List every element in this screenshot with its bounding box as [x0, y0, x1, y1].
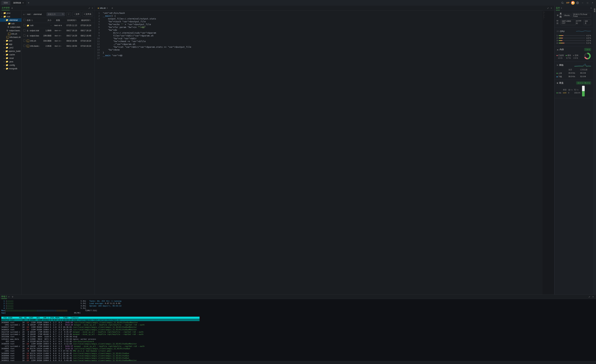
crumb-xterminal[interactable]: .xterminal: [33, 13, 42, 15]
tree-item[interactable]: ▸📁.config: [0, 63, 22, 67]
row-checkbox[interactable]: [23, 24, 25, 26]
caret-icon[interactable]: ▸: [3, 68, 5, 69]
close-editor-icon[interactable]: ×: [550, 7, 553, 9]
file-mtime: 08/17 16:18: [79, 29, 93, 32]
tree-item[interactable]: ›_info.sh: [0, 32, 22, 36]
upload-button[interactable]: ↑ 文件: [72, 12, 81, 16]
col-perm[interactable]: 权限: [56, 19, 60, 22]
row-checkbox[interactable]: [23, 34, 25, 36]
file-mtime: 07/18 16:24: [79, 40, 93, 42]
breadcrumb[interactable]: ⌂ / root / .xterminal: [23, 13, 42, 15]
expand-icon[interactable]: ⤢: [89, 7, 90, 9]
close-icon[interactable]: ×: [22, 1, 24, 4]
row-checkbox[interactable]: [23, 40, 25, 42]
terminal-body[interactable]: 1 [|||||| 5.9%] Tasks: 64, 253 thr; 1 ru…: [0, 299, 596, 361]
minimize-button[interactable]: ─: [580, 1, 585, 5]
caret-icon[interactable]: ▾: [1, 12, 3, 14]
new-tab-button[interactable]: +: [27, 1, 30, 5]
row-checkbox[interactable]: [23, 45, 25, 47]
tree-item[interactable]: ▾📁.xterminal: [0, 18, 22, 22]
close-monitor-panel-icon[interactable]: ×: [590, 7, 592, 9]
home-icon[interactable]: ⌂: [23, 13, 24, 15]
avatar[interactable]: [571, 1, 575, 5]
close-terminal-panel-icon[interactable]: ×: [591, 296, 595, 298]
add-terminal-tab[interactable]: +: [11, 295, 14, 298]
file-row[interactable]: 🗎output.bas199.0BiBrw-r--r--08/17 14:290…: [22, 33, 95, 38]
folder-icon: 📁: [6, 46, 8, 49]
file-row[interactable]: ›_info.sh334.0BiBrw-r--r--08/16 16:5607/…: [22, 38, 95, 44]
net-down-speed: 30.0 K/s: [568, 75, 579, 78]
tree-item[interactable]: 🗎output.stats: [0, 25, 22, 29]
sort-icon[interactable]: ⇅: [31, 19, 33, 22]
tree-item[interactable]: ▸📁.pm2: [0, 46, 22, 49]
search-icon[interactable]: [62, 13, 64, 16]
tree-item[interactable]: ▾📁proc: [0, 11, 22, 15]
caret-icon[interactable]: ▸: [3, 50, 5, 52]
col-mtime[interactable]: 修改时间: [81, 19, 89, 22]
search-icon[interactable]: [560, 1, 565, 5]
tree-item[interactable]: ▸📁mongodb: [0, 67, 22, 70]
tree-item[interactable]: ▸📁.java: [0, 60, 22, 63]
row-checkbox[interactable]: [23, 29, 25, 31]
tree-item[interactable]: 🗎output.basic.: [0, 29, 22, 32]
filemanager-tab[interactable]: 文件管理: [2, 6, 10, 10]
terminal-tab[interactable]: 终端 2: [1, 295, 7, 299]
monitor-tab[interactable]: 监控: [556, 6, 560, 10]
caret-icon[interactable]: ▾: [1, 16, 3, 17]
col-size[interactable]: 大小: [47, 19, 51, 22]
close-panel-icon[interactable]: ×: [92, 7, 93, 9]
col-atime[interactable]: 访问时间: [67, 19, 75, 22]
side-strip[interactable]: 监视状态 下载完成: [593, 6, 596, 295]
caret-icon[interactable]: ▸: [6, 23, 7, 24]
add-fm-tab-button[interactable]: +: [11, 7, 13, 10]
tree-item[interactable]: ▾📁root: [0, 15, 22, 18]
favorite-button[interactable]: ♡: [66, 12, 71, 16]
expand-editor-icon[interactable]: ⤢: [547, 7, 549, 9]
file-row[interactable]: 📁sub-rwxr-xr-x07/25 11:1307/18 16:24: [22, 23, 95, 28]
maximize-button[interactable]: □: [585, 1, 590, 5]
sort-icon[interactable]: ⇅: [75, 19, 77, 22]
new-folder-button[interactable]: + 文件夹: [82, 12, 93, 16]
network-title: 网络: [559, 64, 573, 67]
code-editor[interactable]: "cmt">#!/bin/bash__main() { output_file=…: [101, 11, 543, 295]
crumb-root[interactable]: root: [27, 13, 30, 15]
file-tree[interactable]: ▾📁proc▾📁root▾📁.xterminal▸📁sub🗎output.sta…: [0, 11, 22, 295]
cpu-core-row: 14.5 %: [557, 35, 591, 36]
settings-icon[interactable]: [575, 1, 580, 5]
file-row[interactable]: 🗎output.stat1.0BiBrw-r--r--08/17 16:1808…: [22, 28, 95, 33]
close-tab-icon[interactable]: ×: [107, 7, 108, 9]
caret-icon[interactable]: ▸: [3, 61, 5, 63]
tab-shenzhen[interactable]: 深圳转发 ×: [11, 0, 26, 5]
close-terminal-tab-icon[interactable]: ×: [8, 296, 9, 298]
file-row[interactable]: ›_info.basic.:2.0KiBrw-r--r--08/11 16:54…: [22, 44, 95, 49]
caret-icon[interactable]: ▸: [3, 54, 5, 56]
tree-item[interactable]: ▸📁app: [0, 42, 22, 46]
caret-icon[interactable]: ▸: [3, 43, 5, 45]
col-name[interactable]: 名称: [27, 19, 30, 22]
close-button[interactable]: ×: [590, 1, 595, 5]
caret-icon[interactable]: ▸: [3, 64, 5, 66]
add-editor-tab[interactable]: +: [110, 7, 114, 10]
tab-ssh[interactable]: SSH: [1, 1, 10, 5]
file-size: 334.0BiB: [40, 40, 51, 42]
sort-icon[interactable]: ⇅: [89, 19, 91, 22]
tree-item[interactable]: ▸📁pan: [0, 39, 22, 42]
tree-item[interactable]: ›_info.basic.sh: [0, 36, 22, 39]
net-down-label: 下载: [558, 76, 562, 78]
tree-item[interactable]: ▸📁opencv_build: [0, 49, 22, 53]
caret-icon[interactable]: ▸: [3, 57, 5, 59]
expand-terminal-icon[interactable]: ⤢: [589, 296, 590, 298]
disk-title: 硬盘: [559, 81, 575, 84]
vip-badge[interactable]: VIP: [565, 2, 570, 4]
minimap[interactable]: ▬▬▬▬▬▬▬▬▬▬▬▬▬▬▬▬▬▬▬▬▬▬▬▬▬▬▬▬▬▬▬▬▬▬▬▬▬▬▬▬…: [543, 11, 554, 295]
tree-item[interactable]: ▸📁.local: [0, 56, 22, 60]
close-monitor-tab-icon[interactable]: ×: [561, 7, 562, 9]
tree-item[interactable]: ▸📁sub: [0, 22, 22, 25]
editor-tab-info-sh[interactable]: info.sh ×: [96, 6, 109, 10]
caret-icon[interactable]: ▸: [3, 47, 5, 49]
caret-icon[interactable]: ▸: [3, 40, 5, 42]
select-all-checkbox[interactable]: [23, 19, 25, 21]
tree-item[interactable]: ▸📁.cache: [0, 53, 22, 56]
disk-row-type: ext4: [563, 92, 566, 94]
caret-icon[interactable]: ▾: [3, 19, 5, 21]
